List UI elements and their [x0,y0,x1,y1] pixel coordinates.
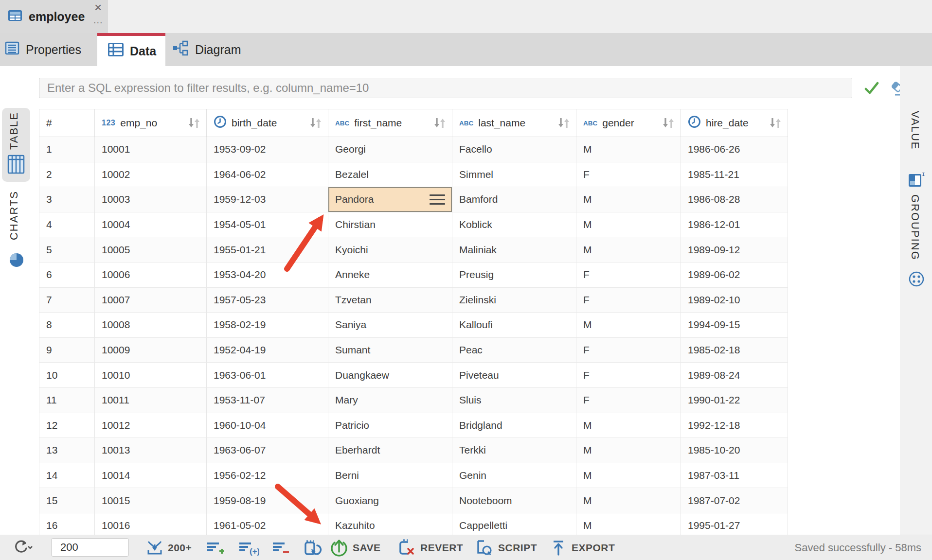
cell-hire_date[interactable]: 1985-11-21 [681,162,788,187]
cell-hire_date[interactable]: 1989-02-10 [681,288,788,313]
script-button[interactable]: SCRIPT [474,535,537,560]
cell-gender[interactable]: M [576,513,681,538]
row-number-cell[interactable]: 2 [39,162,95,187]
presentation-tab-table[interactable]: TABLE [8,112,20,152]
header-cell-emp_no[interactable]: 123emp_no [95,109,207,137]
cell-gender[interactable]: F [576,162,681,187]
header-cell-first_name[interactable]: ABCfirst_name [328,109,452,137]
sort-icon[interactable] [187,117,201,129]
cell-birth_date[interactable]: 1960-10-04 [207,413,328,438]
duplicate-row-button[interactable]: (+) [238,535,259,560]
cell-first_name[interactable]: Duangkaew [328,363,452,387]
cell-hire_date[interactable]: 1987-07-02 [681,488,788,513]
tab-data[interactable]: Data [97,33,165,66]
add-row-button[interactable] [206,535,225,560]
row-number-cell[interactable]: 10 [39,363,95,387]
cell-last_name[interactable]: Bamford [452,187,576,212]
header-cell-hire_date[interactable]: hire_date [681,109,788,137]
cell-last_name[interactable]: Zielinski [452,288,576,313]
cell-first_name[interactable]: Chirstian [328,212,452,237]
sort-icon[interactable] [432,117,447,129]
cell-hire_date[interactable]: 1985-10-20 [681,438,788,463]
cell-last_name[interactable]: Bridgland [452,413,576,438]
cell-birth_date[interactable]: 1952-04-19 [207,338,328,363]
row-number-cell[interactable]: 14 [39,463,95,488]
row-number-cell[interactable]: 12 [39,413,95,438]
cell-birth_date[interactable]: 1953-11-07 [207,388,328,413]
tab-diagram[interactable]: Diagram [165,33,260,66]
cell-last_name[interactable]: Kalloufi [452,313,576,337]
sort-icon[interactable] [768,117,783,129]
cell-birth_date[interactable]: 1959-12-03 [207,187,328,212]
sort-icon[interactable] [661,117,676,129]
cell-gender[interactable]: M [576,137,681,162]
cell-birth_date[interactable]: 1959-08-19 [207,488,328,513]
cell-first_name[interactable]: Berni [328,463,452,488]
cell-hire_date[interactable]: 1990-01-22 [681,388,788,413]
close-icon[interactable]: × [94,0,102,15]
cell-gender[interactable]: M [576,413,681,438]
cell-birth_date[interactable]: 1963-06-01 [207,363,328,387]
cell-birth_date[interactable]: 1961-05-02 [207,513,328,538]
tab-overflow-icon[interactable]: ... [93,15,103,26]
cell-hire_date[interactable]: 1986-12-01 [681,212,788,237]
row-number-cell[interactable]: 5 [39,237,95,262]
cell-emp_no[interactable]: 10011 [95,388,207,413]
header-cell-rownum[interactable]: # [39,109,95,137]
cell-birth_date[interactable]: 1958-02-19 [207,313,328,337]
cell-hire_date[interactable]: 1987-03-11 [681,463,788,488]
cell-last_name[interactable]: Nooteboom [452,488,576,513]
header-cell-birth_date[interactable]: birth_date [207,109,328,137]
cell-emp_no[interactable]: 10014 [95,463,207,488]
cell-hire_date[interactable]: 1986-08-28 [681,187,788,212]
cell-emp_no[interactable]: 10005 [95,237,207,262]
apply-filter-icon[interactable] [863,80,880,98]
refresh-button[interactable] [12,535,33,560]
cell-last_name[interactable]: Simmel [452,162,576,187]
cell-emp_no[interactable]: 10002 [95,162,207,187]
row-number-cell[interactable]: 15 [39,488,95,513]
cell-gender[interactable]: F [576,363,681,387]
cell-birth_date[interactable]: 1953-04-20 [207,262,328,287]
cell-emp_no[interactable]: 10007 [95,288,207,313]
cell-last_name[interactable]: Koblick [452,212,576,237]
cell-gender[interactable]: M [576,463,681,488]
value-panel-icon[interactable]: I [908,171,925,191]
cell-birth_date[interactable]: 1953-09-02 [207,137,328,162]
refresh-row-button[interactable] [303,535,322,560]
cell-first_name[interactable]: Bezalel [328,162,452,187]
save-button[interactable]: SAVE [330,535,381,560]
fetch-size-input[interactable] [51,538,129,557]
cell-gender[interactable]: M [576,187,681,212]
cell-first_name[interactable]: Anneke [328,262,452,287]
revert-button[interactable]: REVERT [396,535,463,560]
row-number-cell[interactable]: 13 [39,438,95,463]
sort-icon[interactable] [308,117,323,129]
row-number-cell[interactable]: 6 [39,262,95,287]
row-number-cell[interactable]: 4 [39,212,95,237]
cell-hire_date[interactable]: 1995-01-27 [681,513,788,538]
cell-emp_no[interactable]: 10009 [95,338,207,363]
header-cell-gender[interactable]: ABCgender [576,109,681,137]
sort-icon[interactable] [556,117,571,129]
cell-hire_date[interactable]: 1989-09-12 [681,237,788,262]
cell-first_name[interactable]: Georgi [328,137,452,162]
cell-birth_date[interactable]: 1957-05-23 [207,288,328,313]
panel-tab-grouping[interactable]: GROUPING [909,194,921,262]
cell-first_name[interactable]: Kazuhito [328,513,452,538]
cell-last_name[interactable]: Facello [452,137,576,162]
cell-first_name[interactable]: Mary [328,388,452,413]
row-number-cell[interactable]: 11 [39,388,95,413]
sql-filter-input[interactable] [39,78,852,98]
cell-first_name[interactable]: Kyoichi [328,237,452,262]
cell-gender[interactable]: M [576,237,681,262]
row-number-cell[interactable]: 7 [39,288,95,313]
cell-last_name[interactable]: Cappelletti [452,513,576,538]
presentation-tab-charts[interactable]: CHARTS [8,191,20,242]
cell-gender[interactable]: M [576,212,681,237]
panel-tab-value[interactable]: VALUE [909,111,921,152]
grouping-panel-icon[interactable] [908,270,925,290]
editor-tab-employee[interactable]: employee [0,0,108,33]
cell-last_name[interactable]: Peac [452,338,576,363]
charts-pie-icon[interactable] [8,252,25,270]
